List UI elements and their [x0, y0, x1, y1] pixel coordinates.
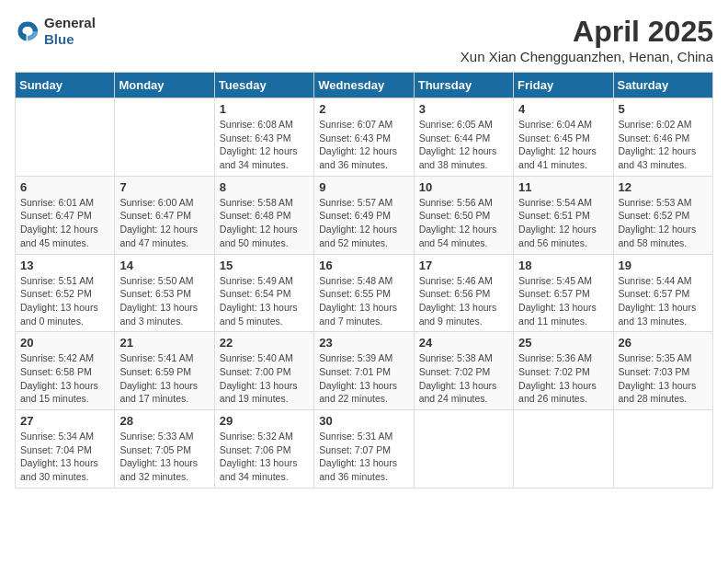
day-info: Sunrise: 6:00 AM Sunset: 6:47 PM Dayligh… — [119, 196, 209, 250]
weekday-header-monday: Monday — [115, 73, 214, 98]
day-info: Sunrise: 6:05 AM Sunset: 6:44 PM Dayligh… — [419, 118, 508, 172]
day-number: 16 — [319, 259, 408, 272]
day-number: 26 — [619, 336, 708, 350]
day-cell: 22Sunrise: 5:40 AM Sunset: 7:00 PM Dayli… — [214, 332, 313, 410]
day-info: Sunrise: 5:58 AM Sunset: 6:48 PM Dayligh… — [220, 196, 309, 250]
day-info: Sunrise: 5:54 AM Sunset: 6:51 PM Dayligh… — [518, 196, 608, 250]
week-row-4: 20Sunrise: 5:42 AM Sunset: 6:58 PM Dayli… — [16, 332, 713, 410]
day-cell: 19Sunrise: 5:44 AM Sunset: 6:57 PM Dayli… — [613, 254, 712, 332]
day-info: Sunrise: 6:07 AM Sunset: 6:43 PM Dayligh… — [319, 118, 408, 172]
week-row-2: 6Sunrise: 6:01 AM Sunset: 6:47 PM Daylig… — [16, 176, 713, 254]
day-cell: 12Sunrise: 5:53 AM Sunset: 6:52 PM Dayli… — [613, 176, 712, 254]
logo-text: General Blue — [44, 15, 96, 48]
day-cell — [115, 98, 214, 177]
day-cell — [414, 410, 513, 488]
week-row-3: 13Sunrise: 5:51 AM Sunset: 6:52 PM Dayli… — [16, 254, 713, 332]
day-info: Sunrise: 5:50 AM Sunset: 6:53 PM Dayligh… — [119, 274, 209, 328]
day-number: 8 — [220, 180, 309, 194]
weekday-header-friday: Friday — [514, 73, 613, 98]
weekday-header-tuesday: Tuesday — [214, 73, 313, 98]
day-info: Sunrise: 6:01 AM Sunset: 6:47 PM Dayligh… — [20, 196, 109, 250]
day-number: 17 — [419, 259, 508, 272]
day-info: Sunrise: 5:40 AM Sunset: 7:00 PM Dayligh… — [220, 351, 309, 406]
day-cell: 25Sunrise: 5:36 AM Sunset: 7:02 PM Dayli… — [514, 332, 613, 410]
week-row-1: 1Sunrise: 6:08 AM Sunset: 6:43 PM Daylig… — [16, 98, 713, 177]
day-cell: 7Sunrise: 6:00 AM Sunset: 6:47 PM Daylig… — [115, 176, 214, 254]
day-number: 4 — [518, 102, 608, 116]
day-number: 30 — [319, 414, 408, 428]
day-cell: 6Sunrise: 6:01 AM Sunset: 6:47 PM Daylig… — [16, 176, 115, 254]
day-cell: 10Sunrise: 5:56 AM Sunset: 6:50 PM Dayli… — [414, 176, 513, 254]
day-info: Sunrise: 6:02 AM Sunset: 6:46 PM Dayligh… — [619, 118, 708, 172]
day-number: 3 — [419, 102, 508, 116]
day-info: Sunrise: 5:39 AM Sunset: 7:01 PM Dayligh… — [319, 351, 408, 406]
day-cell: 8Sunrise: 5:58 AM Sunset: 6:48 PM Daylig… — [214, 176, 313, 254]
weekday-header-sunday: Sunday — [16, 73, 115, 98]
day-number: 2 — [319, 102, 408, 116]
day-info: Sunrise: 5:57 AM Sunset: 6:49 PM Dayligh… — [319, 196, 408, 250]
day-cell: 24Sunrise: 5:38 AM Sunset: 7:02 PM Dayli… — [414, 332, 513, 410]
day-number: 11 — [518, 180, 608, 194]
day-number: 21 — [119, 336, 209, 350]
day-number: 14 — [119, 259, 209, 272]
title-area: April 2025 Xun Xian Chengguanzhen, Henan… — [461, 15, 713, 64]
day-cell: 28Sunrise: 5:33 AM Sunset: 7:05 PM Dayli… — [115, 410, 214, 488]
day-info: Sunrise: 5:31 AM Sunset: 7:07 PM Dayligh… — [319, 430, 408, 484]
day-cell: 14Sunrise: 5:50 AM Sunset: 6:53 PM Dayli… — [115, 254, 214, 332]
day-info: Sunrise: 5:35 AM Sunset: 7:03 PM Dayligh… — [619, 351, 708, 406]
day-info: Sunrise: 5:32 AM Sunset: 7:06 PM Dayligh… — [220, 430, 309, 484]
day-info: Sunrise: 5:49 AM Sunset: 6:54 PM Dayligh… — [220, 274, 309, 328]
day-number: 5 — [619, 102, 708, 116]
day-cell: 17Sunrise: 5:46 AM Sunset: 6:56 PM Dayli… — [414, 254, 513, 332]
day-info: Sunrise: 5:41 AM Sunset: 6:59 PM Dayligh… — [119, 351, 209, 406]
day-number: 1 — [220, 102, 309, 116]
calendar-table: SundayMondayTuesdayWednesdayThursdayFrid… — [15, 72, 713, 488]
day-number: 22 — [220, 336, 309, 350]
day-number: 24 — [419, 336, 508, 350]
day-cell: 4Sunrise: 6:04 AM Sunset: 6:45 PM Daylig… — [514, 98, 613, 177]
day-number: 20 — [20, 336, 109, 350]
day-cell: 21Sunrise: 5:41 AM Sunset: 6:59 PM Dayli… — [115, 332, 214, 410]
day-number: 27 — [20, 414, 109, 428]
day-cell: 26Sunrise: 5:35 AM Sunset: 7:03 PM Dayli… — [613, 332, 712, 410]
logo: General Blue — [15, 15, 96, 48]
calendar-title: April 2025 — [461, 15, 713, 49]
day-info: Sunrise: 5:51 AM Sunset: 6:52 PM Dayligh… — [20, 274, 109, 328]
day-number: 10 — [419, 180, 508, 194]
day-info: Sunrise: 5:42 AM Sunset: 6:58 PM Dayligh… — [20, 351, 109, 406]
day-cell: 23Sunrise: 5:39 AM Sunset: 7:01 PM Dayli… — [314, 332, 414, 410]
day-cell: 18Sunrise: 5:45 AM Sunset: 6:57 PM Dayli… — [514, 254, 613, 332]
day-number: 13 — [20, 259, 109, 272]
day-number: 12 — [619, 180, 708, 194]
day-number: 15 — [220, 259, 309, 272]
day-cell: 2Sunrise: 6:07 AM Sunset: 6:43 PM Daylig… — [314, 98, 414, 177]
day-number: 9 — [319, 180, 408, 194]
weekday-header-thursday: Thursday — [414, 73, 513, 98]
day-cell: 5Sunrise: 6:02 AM Sunset: 6:46 PM Daylig… — [613, 98, 712, 177]
day-info: Sunrise: 5:36 AM Sunset: 7:02 PM Dayligh… — [518, 351, 608, 406]
day-info: Sunrise: 5:38 AM Sunset: 7:02 PM Dayligh… — [419, 351, 508, 406]
day-cell: 3Sunrise: 6:05 AM Sunset: 6:44 PM Daylig… — [414, 98, 513, 177]
day-cell: 27Sunrise: 5:34 AM Sunset: 7:04 PM Dayli… — [16, 410, 115, 488]
day-cell: 29Sunrise: 5:32 AM Sunset: 7:06 PM Dayli… — [214, 410, 313, 488]
day-info: Sunrise: 5:48 AM Sunset: 6:55 PM Dayligh… — [319, 274, 408, 328]
logo-icon — [15, 18, 40, 44]
day-number: 6 — [20, 180, 109, 194]
day-number: 28 — [119, 414, 209, 428]
calendar-subtitle: Xun Xian Chengguanzhen, Henan, China — [461, 49, 713, 64]
day-cell — [16, 98, 115, 177]
day-info: Sunrise: 5:34 AM Sunset: 7:04 PM Dayligh… — [20, 430, 109, 484]
day-cell — [514, 410, 613, 488]
day-number: 7 — [119, 180, 209, 194]
day-info: Sunrise: 5:33 AM Sunset: 7:05 PM Dayligh… — [119, 430, 209, 484]
weekday-header-row: SundayMondayTuesdayWednesdayThursdayFrid… — [16, 73, 713, 98]
day-number: 18 — [518, 259, 608, 272]
weekday-header-saturday: Saturday — [613, 73, 712, 98]
day-number: 19 — [619, 259, 708, 272]
day-info: Sunrise: 5:46 AM Sunset: 6:56 PM Dayligh… — [419, 274, 508, 328]
day-info: Sunrise: 5:44 AM Sunset: 6:57 PM Dayligh… — [619, 274, 708, 328]
day-cell: 1Sunrise: 6:08 AM Sunset: 6:43 PM Daylig… — [214, 98, 313, 177]
day-cell — [613, 410, 712, 488]
day-info: Sunrise: 5:56 AM Sunset: 6:50 PM Dayligh… — [419, 196, 508, 250]
day-info: Sunrise: 6:04 AM Sunset: 6:45 PM Dayligh… — [518, 118, 608, 172]
